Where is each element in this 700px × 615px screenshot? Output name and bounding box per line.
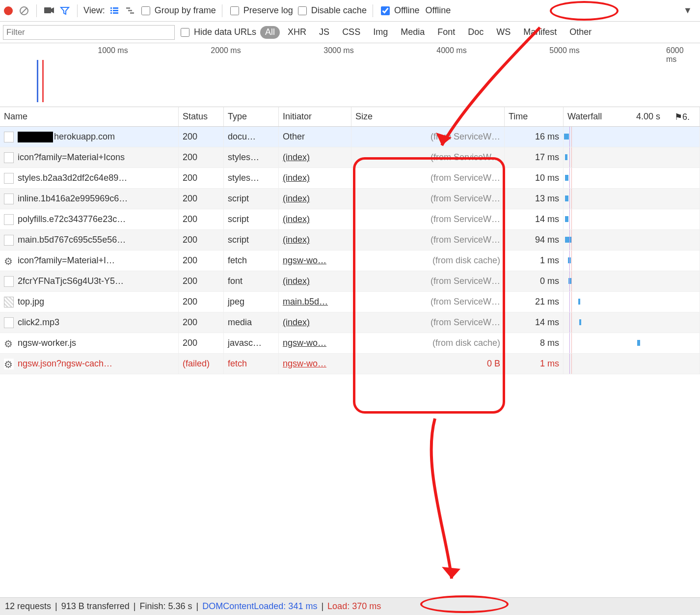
waterfall-bar bbox=[565, 175, 568, 181]
waterfall-bar bbox=[578, 299, 580, 305]
table-row[interactable]: ⚙icon?family=Material+I…200fetchngsw-wo…… bbox=[0, 251, 700, 271]
header-name[interactable]: Name bbox=[0, 107, 179, 126]
request-waterfall bbox=[564, 292, 700, 312]
request-waterfall bbox=[564, 271, 700, 291]
gear-icon: ⚙ bbox=[4, 359, 14, 369]
type-filter-ws[interactable]: WS bbox=[491, 26, 515, 39]
header-size[interactable]: Size bbox=[351, 107, 505, 126]
type-filter-js[interactable]: JS bbox=[314, 26, 334, 39]
request-type: script bbox=[224, 230, 279, 250]
request-table-body: herokuapp.com200docu…Other(from ServiceW… bbox=[0, 127, 700, 374]
request-type: fetch bbox=[224, 354, 279, 374]
waterfall-bar bbox=[579, 319, 581, 325]
request-initiator[interactable]: (index) bbox=[279, 168, 351, 188]
svg-rect-8 bbox=[110, 12, 112, 14]
request-initiator[interactable]: ngsw-wo… bbox=[279, 354, 351, 374]
header-waterfall[interactable]: Waterfall 4.00 s ⚑6. bbox=[564, 107, 700, 126]
table-row[interactable]: inline.1b416a2e995969c6…200script(index)… bbox=[0, 189, 700, 209]
hide-data-urls-checkbox[interactable]: Hide data URLs bbox=[179, 27, 256, 38]
request-name: ngsw.json?ngsw-cach… bbox=[18, 359, 112, 369]
header-status[interactable]: Status bbox=[179, 107, 224, 126]
request-waterfall bbox=[564, 147, 700, 168]
type-filter-group: AllXHRJSCSSImgMediaFontDocWSManifestOthe… bbox=[260, 26, 596, 39]
table-row[interactable]: polyfills.e72c343776e23c…200script(index… bbox=[0, 209, 700, 230]
request-initiator[interactable]: (index) bbox=[279, 209, 351, 229]
request-initiator[interactable]: (index) bbox=[279, 230, 351, 250]
type-filter-other[interactable]: Other bbox=[565, 26, 596, 39]
request-type: font bbox=[224, 271, 279, 291]
request-name: icon?family=Material+Icons bbox=[18, 152, 125, 163]
table-row[interactable]: styles.b2aa3d2df2c64e89…200styles…(index… bbox=[0, 168, 700, 189]
view-list-icon[interactable] bbox=[108, 4, 121, 17]
request-initiator: Other bbox=[279, 127, 351, 147]
table-row[interactable]: ⚙ngsw.json?ngsw-cach…(failed)fetchngsw-w… bbox=[0, 354, 700, 374]
type-filter-all[interactable]: All bbox=[260, 26, 280, 39]
table-row[interactable]: main.b5d767c695c55e56…200script(index)(f… bbox=[0, 230, 700, 251]
request-initiator[interactable]: (index) bbox=[279, 312, 351, 333]
request-waterfall bbox=[564, 168, 700, 188]
waterfall-bar bbox=[565, 154, 567, 160]
timeline[interactable]: 1000 ms2000 ms3000 ms4000 ms5000 ms6000 … bbox=[0, 43, 700, 107]
group-by-frame-checkbox[interactable]: Group by frame bbox=[139, 5, 216, 17]
type-filter-xhr[interactable]: XHR bbox=[283, 26, 311, 39]
file-icon bbox=[4, 214, 14, 225]
table-row[interactable]: icon?family=Material+Icons200styles…(ind… bbox=[0, 147, 700, 168]
gear-icon: ⚙ bbox=[4, 255, 14, 266]
offline-checkbox[interactable]: Offline bbox=[379, 5, 420, 17]
status-bar: 12 requests| 913 B transferred| Finish: … bbox=[0, 597, 700, 615]
timeline-canvas bbox=[0, 58, 700, 107]
throttle-select[interactable]: Offline bbox=[426, 5, 451, 16]
request-size: (from ServiceW… bbox=[351, 292, 505, 312]
filter-input[interactable] bbox=[3, 25, 175, 40]
request-time: 16 ms bbox=[505, 127, 564, 147]
table-row[interactable]: ⚙ngsw-worker.js200javasc…ngsw-wo…(from d… bbox=[0, 333, 700, 354]
chevron-down-icon[interactable]: ▼ bbox=[681, 4, 694, 17]
type-filter-img[interactable]: Img bbox=[368, 26, 393, 39]
view-waterfall-icon[interactable] bbox=[124, 4, 136, 17]
group-by-frame-label: Group by frame bbox=[155, 5, 216, 16]
request-initiator[interactable]: main.b5d… bbox=[279, 292, 351, 312]
request-time: 1 ms bbox=[505, 251, 564, 271]
disable-cache-checkbox[interactable]: Disable cache bbox=[296, 5, 367, 17]
waterfall-bar bbox=[565, 216, 568, 222]
preserve-log-checkbox[interactable]: Preserve log bbox=[228, 5, 293, 17]
camera-icon[interactable] bbox=[43, 4, 55, 17]
table-row[interactable]: 2fcrYFNaTjcS6g4U3t-Y5…200font(index)(fro… bbox=[0, 271, 700, 292]
status-load: Load: 370 ms bbox=[327, 601, 381, 612]
table-row[interactable]: click2.mp3200media(index)(from ServiceW…… bbox=[0, 312, 700, 333]
request-size: (from disk cache) bbox=[351, 251, 505, 271]
header-type[interactable]: Type bbox=[224, 107, 279, 126]
record-button[interactable] bbox=[2, 4, 15, 17]
request-status: 200 bbox=[179, 333, 224, 353]
request-type: script bbox=[224, 189, 279, 209]
svg-rect-10 bbox=[126, 7, 130, 9]
request-time: 8 ms bbox=[505, 333, 564, 353]
type-filter-css[interactable]: CSS bbox=[337, 26, 365, 39]
request-initiator[interactable]: (index) bbox=[279, 271, 351, 291]
type-filter-manifest[interactable]: Manifest bbox=[518, 26, 562, 39]
type-filter-doc[interactable]: Doc bbox=[463, 26, 488, 39]
request-type: styles… bbox=[224, 147, 279, 168]
header-initiator[interactable]: Initiator bbox=[279, 107, 351, 126]
file-icon bbox=[4, 276, 14, 287]
request-initiator[interactable]: ngsw-wo… bbox=[279, 251, 351, 271]
request-type: fetch bbox=[224, 251, 279, 271]
status-requests: 12 requests bbox=[5, 601, 51, 612]
request-waterfall bbox=[564, 209, 700, 229]
request-initiator[interactable]: ngsw-wo… bbox=[279, 333, 351, 353]
request-initiator[interactable]: (index) bbox=[279, 189, 351, 209]
table-row[interactable]: herokuapp.com200docu…Other(from ServiceW… bbox=[0, 127, 700, 147]
request-size: (from disk cache) bbox=[351, 333, 505, 353]
request-time: 94 ms bbox=[505, 230, 564, 250]
type-filter-media[interactable]: Media bbox=[396, 26, 430, 39]
header-time[interactable]: Time bbox=[505, 107, 564, 126]
type-filter-font[interactable]: Font bbox=[432, 26, 460, 39]
filter-icon[interactable] bbox=[58, 4, 71, 17]
request-initiator[interactable]: (index) bbox=[279, 147, 351, 168]
waterfall-bar bbox=[565, 196, 568, 201]
svg-marker-14 bbox=[442, 567, 460, 579]
table-row[interactable]: top.jpg200jpegmain.b5d…(from ServiceW…21… bbox=[0, 292, 700, 312]
request-status: 200 bbox=[179, 189, 224, 209]
clear-button[interactable] bbox=[18, 4, 30, 17]
request-status: 200 bbox=[179, 127, 224, 147]
